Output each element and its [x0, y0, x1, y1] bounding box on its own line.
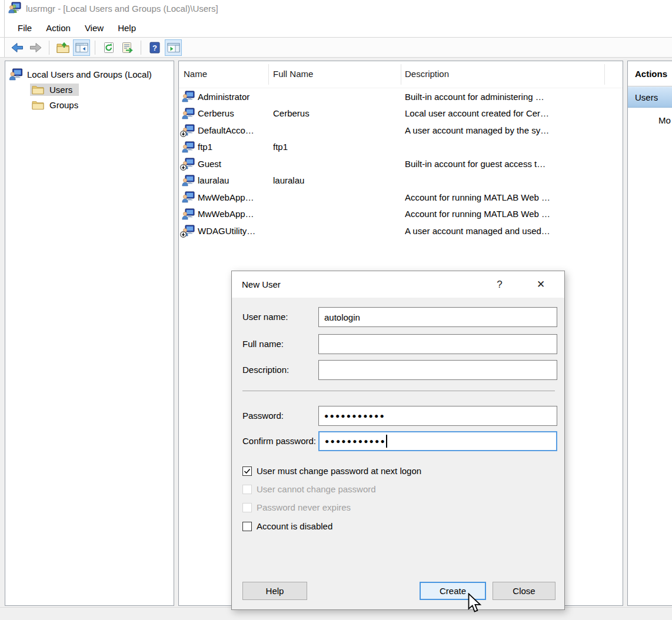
- cell-name: Cerberus: [198, 108, 273, 118]
- user-name-field[interactable]: [318, 307, 557, 327]
- forward-button[interactable]: [27, 39, 44, 56]
- user-row-ftp1[interactable]: ftp1 ftp1: [179, 139, 623, 156]
- back-icon: [11, 42, 24, 54]
- checkbox-cannot-change-password: User cannot change password: [242, 484, 376, 495]
- dialog-title: New User: [242, 271, 281, 298]
- description-label: Description:: [242, 360, 318, 380]
- cell-description: A user account managed and used…: [405, 226, 623, 236]
- cell-description: Built-in account for guest access t…: [405, 159, 623, 169]
- disabled-badge-icon: [180, 231, 187, 238]
- column-separator[interactable]: [401, 64, 401, 85]
- cell-name: MwWebApp…: [198, 192, 273, 202]
- user-icon: [182, 108, 195, 119]
- tree-root-label: Local Users and Groups (Local): [27, 69, 152, 79]
- user-name-label: User name:: [242, 307, 318, 327]
- confirm-password-field[interactable]: [318, 431, 557, 451]
- checkbox-label: User must change password at next logon: [257, 466, 421, 476]
- menu-help[interactable]: Help: [111, 21, 143, 35]
- column-header-full-name[interactable]: Full Name: [273, 69, 313, 79]
- user-row-mwwebapp-2[interactable]: MwWebApp… Account for running MATLAB Web…: [179, 206, 623, 223]
- user-disabled-icon: [182, 124, 195, 136]
- checkbox-account-disabled[interactable]: Account is disabled: [242, 521, 332, 532]
- refresh-button[interactable]: [100, 39, 117, 56]
- tree-item-groups[interactable]: Groups: [5, 97, 174, 112]
- tree-item-users[interactable]: Users: [5, 82, 174, 97]
- actions-group-users[interactable]: Users: [628, 86, 672, 108]
- dialog-help-button[interactable]: ?: [489, 275, 510, 294]
- user-row-wdagutility[interactable]: WDAGUtility… A user account managed and …: [179, 222, 623, 239]
- refresh-icon: [102, 42, 115, 54]
- app-icon: [8, 2, 21, 15]
- toolbar-separator: [49, 41, 49, 55]
- checkbox-label: Account is disabled: [257, 521, 332, 531]
- user-row-lauralau[interactable]: lauralau lauralau: [179, 172, 623, 189]
- description-field[interactable]: [318, 360, 557, 380]
- tree-item-local-users-and-groups[interactable]: Local Users and Groups (Local): [5, 66, 174, 82]
- unchecked-checkbox-icon: [242, 485, 252, 494]
- local-users-groups-icon: [9, 68, 23, 81]
- menu-view[interactable]: View: [78, 21, 111, 35]
- dialog-titlebar[interactable]: New User ? ✕: [232, 271, 564, 298]
- tree-item-label: Users: [49, 85, 72, 95]
- user-row-administrator[interactable]: Administrator Built-in account for admin…: [179, 88, 623, 105]
- disabled-badge-icon: [180, 131, 187, 137]
- up-one-level-button[interactable]: [54, 39, 71, 56]
- console-tree-pane: Local Users and Groups (Local) Users Gro…: [5, 61, 174, 606]
- forward-icon: [29, 42, 42, 54]
- help-dialog-button[interactable]: Help: [242, 582, 307, 600]
- user-icon: [182, 191, 195, 203]
- password-field[interactable]: [318, 406, 557, 426]
- cell-full-name: lauralau: [273, 175, 405, 185]
- help-button[interactable]: ?: [146, 39, 163, 56]
- cell-name: lauralau: [198, 175, 273, 185]
- cell-full-name: Cerberus: [273, 108, 405, 118]
- column-separator[interactable]: [268, 64, 269, 85]
- user-disabled-icon: [182, 158, 195, 169]
- user-icon: [182, 208, 195, 220]
- text-caret: [386, 435, 387, 448]
- cell-name: WDAGUtility…: [198, 226, 273, 236]
- column-header-description[interactable]: Description: [405, 69, 449, 79]
- show-action-pane-button[interactable]: [165, 39, 182, 56]
- cell-name: MwWebApp…: [198, 209, 273, 219]
- user-row-guest[interactable]: Guest Built-in account for guest access …: [179, 155, 623, 172]
- confirm-password-label: Confirm password:: [242, 431, 318, 451]
- show-console-tree-icon: [75, 42, 88, 54]
- close-button[interactable]: Close: [493, 582, 555, 600]
- new-user-dialog: New User ? ✕ User name: Full name: Descr…: [231, 271, 565, 610]
- back-button[interactable]: [8, 39, 25, 56]
- tree-item-label: Groups: [49, 100, 78, 110]
- full-name-field[interactable]: [318, 334, 557, 354]
- export-list-button[interactable]: [119, 39, 136, 56]
- help-icon: ?: [148, 42, 161, 54]
- full-name-label: Full name:: [242, 334, 318, 354]
- user-icon: [182, 91, 195, 102]
- dialog-close-button[interactable]: ✕: [529, 275, 553, 294]
- user-disabled-icon: [182, 225, 195, 236]
- cell-description: A user account managed by the sy…: [405, 125, 623, 135]
- lusrmgr-window: lusrmgr - [Local Users and Groups (Local…: [0, 0, 672, 620]
- column-separator[interactable]: [604, 64, 605, 85]
- toolbar-separator: [95, 41, 95, 55]
- mouse-cursor: [467, 593, 482, 615]
- list-header: Name Full Name Description: [179, 61, 623, 88]
- checkbox-must-change-password[interactable]: User must change password at next logon: [242, 465, 421, 476]
- user-icon: [182, 141, 195, 153]
- cell-name: ftp1: [198, 142, 273, 152]
- menu-bar: File Action View Help: [5, 19, 672, 36]
- user-row-cerberus[interactable]: Cerberus Cerberus Local user account cre…: [179, 105, 623, 122]
- folder-icon: [32, 85, 44, 95]
- cell-description: Built-in account for administering …: [405, 92, 623, 102]
- menu-file[interactable]: File: [11, 21, 39, 35]
- menu-action[interactable]: Action: [39, 21, 78, 35]
- cell-description: Account for running MATLAB Web …: [405, 209, 623, 219]
- column-header-name[interactable]: Name: [184, 69, 207, 79]
- window-titlebar: lusrmgr - [Local Users and Groups (Local…: [5, 0, 672, 16]
- more-actions-item[interactable]: Mo: [628, 115, 672, 125]
- user-row-defaultaccount[interactable]: DefaultAcco… A user account managed by t…: [179, 122, 623, 139]
- disabled-badge-icon: [180, 164, 187, 171]
- window-title: lusrmgr - [Local Users and Groups (Local…: [26, 4, 218, 14]
- user-row-mwwebapp-1[interactable]: MwWebApp… Account for running MATLAB Web…: [179, 189, 623, 206]
- cell-description: Account for running MATLAB Web …: [405, 192, 623, 202]
- show-console-tree-button[interactable]: [73, 39, 90, 56]
